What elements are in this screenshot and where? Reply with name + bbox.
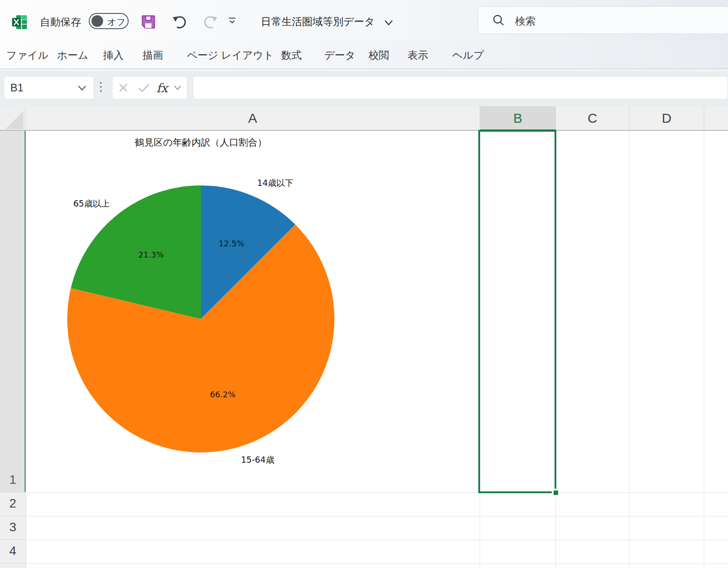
autosave-state-label: オフ: [107, 16, 126, 28]
tab-file[interactable]: ファイル: [6, 48, 48, 62]
gridline-v: [704, 131, 704, 568]
formula-buttons: fx: [112, 76, 187, 99]
selected-cell-B1[interactable]: [478, 130, 556, 493]
save-button[interactable]: [141, 14, 157, 30]
gridline-h: [26, 516, 728, 516]
tab-data[interactable]: データ: [324, 48, 355, 62]
toggle-knob-icon: [91, 15, 103, 27]
cancel-icon[interactable]: [118, 77, 129, 99]
row-header-5[interactable]: [0, 564, 26, 568]
search-box[interactable]: 検索: [478, 6, 728, 34]
gridline-h: [26, 564, 728, 564]
pie-label-1: 15-64歳: [241, 454, 274, 466]
row-header-4[interactable]: 4: [0, 540, 26, 564]
tab-home[interactable]: ホーム: [57, 48, 88, 62]
search-placeholder: 検索: [515, 14, 536, 28]
select-all-button[interactable]: [0, 106, 26, 131]
undo-button[interactable]: [171, 14, 187, 30]
select-all-triangle-icon: [5, 111, 23, 129]
document-title[interactable]: 日常生活圏域等別データ: [261, 15, 394, 29]
ribbon-tab-bar: ファイルホーム挿入描画ページ レイアウト数式データ校閲表示ヘルプ: [0, 40, 728, 69]
pie-pct-2: 21.3%: [138, 250, 164, 259]
gridline-v: [629, 131, 629, 568]
gridline-h: [26, 492, 728, 493]
autosave-label: 自動保存: [40, 15, 81, 29]
tab-insert[interactable]: 挿入: [103, 48, 124, 62]
formula-input[interactable]: [193, 76, 728, 99]
row-header-2[interactable]: 2: [0, 492, 26, 516]
pie-label-2: 65歳以上: [73, 198, 109, 210]
column-header-D[interactable]: D: [629, 106, 704, 130]
column-header-C[interactable]: C: [555, 106, 629, 130]
autosave-toggle[interactable]: オフ: [89, 13, 129, 29]
chevron-down-icon: [384, 20, 394, 26]
customize-qat-button[interactable]: [227, 17, 243, 33]
chevron-down-line-icon: [227, 17, 237, 26]
name-box-chevron-icon: [78, 85, 87, 91]
search-icon: [492, 14, 505, 27]
enter-check-icon[interactable]: [138, 77, 150, 99]
tab-view[interactable]: 表示: [407, 48, 428, 62]
fx-chevron-icon[interactable]: [173, 77, 182, 99]
column-header-A[interactable]: A: [26, 106, 480, 130]
pie-label-0: 14歳以下: [257, 177, 293, 189]
pie-pct-1: 66.2%: [210, 390, 235, 399]
pie-chart-svg: [48, 167, 353, 471]
formula-bar: B1 fx: [0, 70, 728, 106]
sheet-grid[interactable]: 鶴見区の年齢内訳（人口割合） 14歳以下12.5%15-64歳66.2%65歳以…: [26, 131, 728, 568]
tab-page-layout[interactable]: ページ レイアウト: [187, 48, 274, 62]
tab-draw[interactable]: 描画: [143, 48, 163, 62]
row-header-1[interactable]: 1: [0, 131, 26, 492]
formula-bar-drag-handle-icon[interactable]: [100, 82, 102, 95]
excel-window: 自動保存 オフ: [0, 0, 728, 568]
gridline-h: [26, 540, 728, 540]
column-headers: ABCD: [26, 106, 728, 131]
column-header-B[interactable]: B: [480, 106, 555, 130]
title-bar: 自動保存 オフ: [0, 0, 728, 40]
redo-icon: [203, 14, 219, 30]
chart-title: 鶴見区の年齢内訳（人口割合）: [135, 136, 267, 149]
cell-reference: B1: [10, 82, 23, 94]
insert-function-icon[interactable]: fx: [156, 77, 168, 99]
document-title-text: 日常生活圏域等別データ: [261, 16, 375, 27]
save-icon: [141, 14, 156, 30]
tab-review[interactable]: 校閲: [368, 48, 389, 62]
fill-handle[interactable]: [554, 491, 558, 495]
undo-icon: [171, 14, 187, 30]
excel-logo-icon[interactable]: [12, 15, 27, 30]
row-headers: 1234: [0, 131, 26, 568]
tab-formulas[interactable]: 数式: [281, 48, 302, 62]
embedded-pie-chart[interactable]: 鶴見区の年齢内訳（人口割合） 14歳以下12.5%15-64歳66.2%65歳以…: [26, 131, 480, 492]
redo-button[interactable]: [203, 14, 219, 30]
pie-pct-0: 12.5%: [219, 238, 244, 248]
name-box[interactable]: B1: [4, 76, 94, 99]
row-header-3[interactable]: 3: [0, 516, 26, 540]
tab-help[interactable]: ヘルプ: [452, 48, 484, 62]
excel-sheet-cell: [22, 15, 27, 20]
column-header-e[interactable]: [704, 106, 728, 130]
